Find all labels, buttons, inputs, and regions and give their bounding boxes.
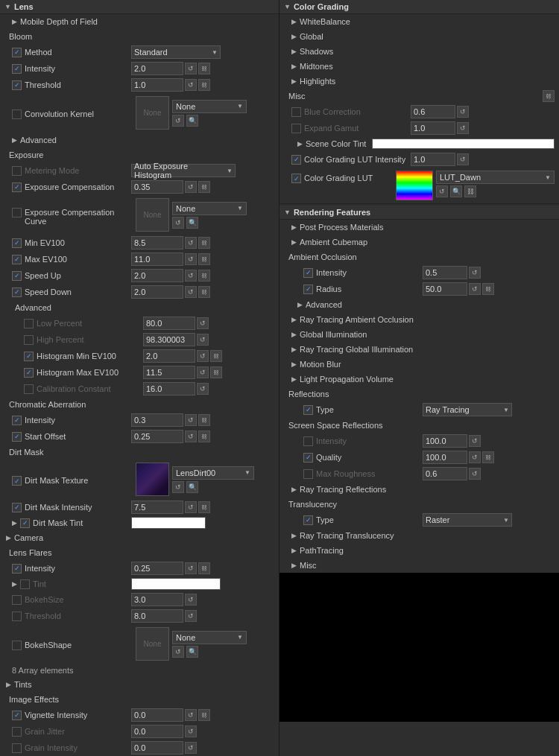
grain-int-checkbox[interactable] (12, 743, 22, 753)
low-percent-reset[interactable] (197, 317, 209, 329)
hist-min-ev-input[interactable] (143, 349, 195, 363)
global-illum-header[interactable]: ▶ Global Illumination (280, 327, 559, 342)
translucency-header[interactable]: Translucency (280, 497, 559, 512)
lf-intensity-checkbox[interactable] (12, 564, 22, 574)
lut-link[interactable]: ⛓ (464, 185, 476, 197)
vignette-int-reset[interactable] (185, 709, 197, 721)
exp-advanced-header[interactable]: Advanced (0, 300, 279, 315)
max-ev-link[interactable]: ⛓ (198, 253, 210, 265)
rendering-features-header[interactable]: Rendering Features (280, 206, 559, 220)
vignette-int-link[interactable]: ⛓ (198, 709, 210, 721)
speed-down-reset[interactable] (185, 286, 197, 298)
global-header[interactable]: ▶ Global (280, 29, 559, 44)
speed-up-reset[interactable] (185, 270, 197, 282)
scene-color-tint-bar[interactable] (372, 139, 555, 149)
bloom-advanced-header[interactable]: ▶ Advanced (0, 133, 279, 147)
misc-header[interactable]: Misc ⛓ (280, 89, 559, 104)
low-percent-checkbox[interactable] (24, 319, 34, 328)
shadows-header[interactable]: ▶ Shadows (280, 44, 559, 59)
light-prop-vol-header[interactable]: ▶ Light Propagation Volume (280, 372, 559, 387)
bloom-method-checkbox[interactable] (12, 48, 22, 57)
chrom-ab-header[interactable]: Chromatic Aberration (0, 397, 279, 412)
calib-const-input[interactable] (143, 382, 195, 396)
trans-type-checkbox[interactable] (303, 515, 313, 525)
bloom-intensity-input[interactable] (131, 62, 183, 75)
high-percent-checkbox[interactable] (24, 335, 34, 345)
lut-checkbox[interactable] (291, 174, 301, 183)
bloom-convkernel-search[interactable]: 🔍 (186, 115, 198, 127)
grain-int-reset[interactable] (185, 742, 197, 754)
trans-type-dropdown[interactable]: Raster ▼ (423, 513, 512, 527)
exp-comp-input[interactable] (131, 180, 183, 194)
min-ev-reset[interactable] (185, 237, 197, 249)
speed-down-link[interactable]: ⛓ (198, 286, 210, 298)
lf-threshold-input[interactable] (131, 609, 183, 623)
speed-up-checkbox[interactable] (12, 271, 22, 281)
lut-intensity-input[interactable] (411, 153, 455, 166)
min-ev-link[interactable]: ⛓ (198, 237, 210, 249)
bloom-threshold-input[interactable] (131, 78, 183, 92)
dirt-mask-dropdown[interactable]: LensDirt00 ▼ (172, 466, 254, 480)
ao-intensity-checkbox[interactable] (303, 268, 313, 278)
speed-up-input[interactable] (131, 269, 183, 282)
lf-bokehshape-reset[interactable]: ↺ (172, 646, 184, 658)
high-percent-input[interactable] (143, 333, 195, 346)
expand-gamut-checkbox[interactable] (291, 124, 301, 133)
dirt-mask-reset[interactable]: ↺ (172, 481, 184, 493)
dirt-mask-int-input[interactable] (131, 501, 183, 514)
image-effects-header[interactable]: Image Effects (0, 692, 279, 707)
bloom-method-dropdown[interactable]: Standard ▼ (131, 45, 221, 59)
dirt-mask-header[interactable]: Dirt Mask (0, 445, 279, 460)
highlights-header[interactable]: ▶ Highlights (280, 74, 559, 89)
calib-const-reset[interactable] (197, 383, 209, 395)
ssr-intensity-reset[interactable] (469, 435, 481, 447)
bloom-convkernel-dropdown[interactable]: None ▼ (172, 100, 247, 113)
hist-max-ev-input[interactable] (143, 366, 195, 379)
chrom-int-link[interactable]: ⛓ (198, 414, 210, 426)
dirt-mask-search[interactable]: 🔍 (186, 481, 198, 493)
chrom-offset-link[interactable]: ⛓ (198, 431, 210, 442)
color-grading-header[interactable]: Color Grading (280, 0, 559, 14)
chrom-offset-checkbox[interactable] (12, 432, 22, 442)
max-ev-input[interactable] (131, 252, 183, 266)
lut-intensity-checkbox[interactable] (291, 155, 301, 165)
chrom-int-checkbox[interactable] (12, 416, 22, 425)
lens-flares-header[interactable]: Lens Flares (0, 545, 279, 560)
ao-intensity-reset[interactable] (469, 267, 481, 279)
lf-bokehsize-input[interactable] (131, 593, 183, 606)
chrom-int-input[interactable] (131, 413, 183, 427)
misc-link[interactable]: ⛓ (543, 90, 555, 102)
ambient-cubemap-header[interactable]: ▶ Ambient Cubemap (280, 235, 559, 250)
dirt-mask-tint-color[interactable] (131, 517, 206, 529)
lut-search[interactable]: 🔍 (450, 185, 462, 197)
ao-radius-checkbox[interactable] (303, 285, 313, 294)
lf-bokehshape-search[interactable]: 🔍 (186, 646, 198, 658)
tints-header[interactable]: ▶ Tints (0, 677, 279, 692)
lf-bokehsize-checkbox[interactable] (12, 595, 22, 605)
max-ev-reset[interactable] (185, 253, 197, 265)
grain-jitter-reset[interactable] (185, 725, 197, 737)
dirt-mask-tint-checkbox[interactable] (20, 518, 30, 528)
dirt-mask-int-reset[interactable] (185, 501, 197, 513)
calib-const-checkbox[interactable] (24, 384, 34, 394)
dirt-mask-int-checkbox[interactable] (12, 503, 22, 512)
lf-threshold-checkbox[interactable] (12, 612, 22, 621)
hist-max-ev-link[interactable]: ⛓ (210, 366, 222, 378)
lf-bokehshape-dropdown[interactable]: None ▼ (172, 631, 247, 644)
ssr-quality-input[interactable] (423, 451, 467, 464)
reflections-header[interactable]: Reflections (280, 387, 559, 401)
metering-mode-dropdown[interactable]: Auto Exposure Histogram ▼ (131, 164, 236, 177)
lf-bokehsize-reset[interactable] (185, 594, 197, 606)
ssr-header[interactable]: Screen Space Reflections (280, 418, 559, 433)
bloom-threshold-reset[interactable] (185, 79, 197, 91)
rt-trans-header[interactable]: ▶ Ray Tracing Translucency (280, 528, 559, 543)
min-ev-checkbox[interactable] (12, 238, 22, 248)
post-process-mats-header[interactable]: ▶ Post Process Materials (280, 220, 559, 235)
ssr-quality-reset[interactable] (469, 451, 481, 463)
ssr-intensity-input[interactable] (423, 434, 467, 448)
exp-comp-link[interactable]: ⛓ (198, 181, 210, 193)
max-ev-checkbox[interactable] (12, 255, 22, 264)
ssr-quality-checkbox[interactable] (303, 453, 313, 463)
blue-correction-reset[interactable] (457, 106, 469, 118)
midtones-header[interactable]: ▶ Midtones (280, 59, 559, 74)
